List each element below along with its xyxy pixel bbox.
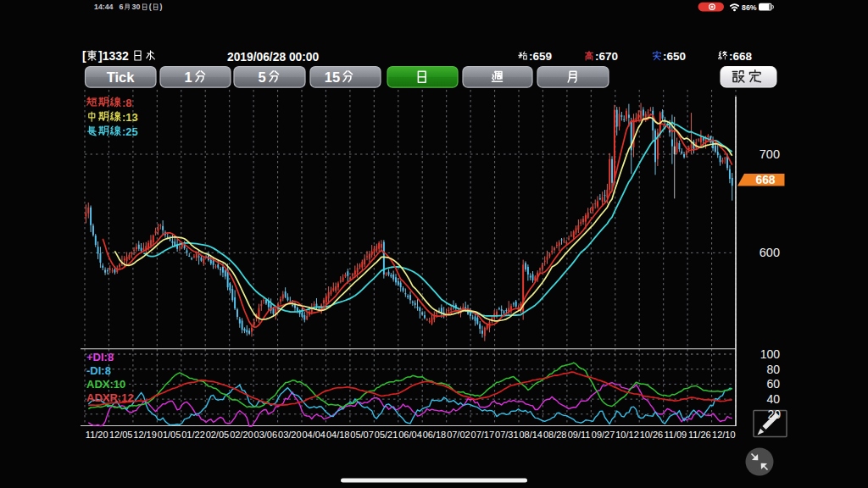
svg-text:11/26: 11/26 bbox=[688, 430, 711, 440]
svg-text:12/05: 12/05 bbox=[109, 430, 133, 440]
svg-text:20: 20 bbox=[767, 408, 781, 421]
svg-text:80: 80 bbox=[766, 363, 780, 376]
svg-text:5: 5 bbox=[258, 69, 265, 85]
svg-text:10/12: 10/12 bbox=[615, 430, 639, 440]
svg-text:+DI:8: +DI:8 bbox=[86, 351, 114, 363]
svg-text:08/14: 08/14 bbox=[519, 430, 542, 440]
svg-text:04/18: 04/18 bbox=[326, 430, 350, 440]
svg-text:1: 1 bbox=[184, 69, 192, 85]
svg-text:40: 40 bbox=[766, 392, 780, 406]
svg-text:07/31: 07/31 bbox=[495, 430, 519, 440]
svg-text:2019/06/28 00:00: 2019/06/28 00:00 bbox=[227, 51, 319, 64]
svg-text:ADXR:12: ADXR:12 bbox=[86, 391, 134, 404]
svg-text:05/07: 05/07 bbox=[350, 430, 374, 440]
svg-text:06/04: 06/04 bbox=[398, 430, 422, 440]
svg-text:(: ( bbox=[149, 3, 152, 11]
svg-text:600: 600 bbox=[760, 246, 780, 259]
svg-text:04/04: 04/04 bbox=[302, 430, 326, 440]
svg-text:Tick: Tick bbox=[107, 69, 136, 85]
svg-text:6: 6 bbox=[120, 3, 124, 11]
svg-text:12/19: 12/19 bbox=[133, 430, 157, 440]
svg-text:668: 668 bbox=[755, 174, 775, 186]
svg-text:100: 100 bbox=[760, 347, 781, 361]
svg-text:07/17: 07/17 bbox=[471, 430, 495, 440]
svg-text::25: :25 bbox=[122, 125, 138, 138]
svg-text:): ) bbox=[160, 3, 163, 11]
svg-text:01/22: 01/22 bbox=[181, 430, 205, 440]
svg-text:01/05: 01/05 bbox=[158, 430, 181, 440]
svg-text:02/20: 02/20 bbox=[230, 430, 253, 440]
svg-text::670: :670 bbox=[595, 50, 618, 63]
svg-text:]1332: ]1332 bbox=[98, 49, 129, 63]
svg-text:14:44: 14:44 bbox=[94, 3, 114, 11]
svg-text:05/21: 05/21 bbox=[375, 430, 398, 440]
svg-text:ADX:10: ADX:10 bbox=[86, 378, 125, 391]
svg-text:[: [ bbox=[82, 49, 86, 63]
svg-text:02/05: 02/05 bbox=[206, 430, 230, 440]
svg-text:15: 15 bbox=[325, 69, 340, 85]
svg-text::8: :8 bbox=[122, 97, 132, 109]
svg-text:30: 30 bbox=[132, 3, 141, 11]
svg-text:06/18: 06/18 bbox=[423, 430, 447, 440]
svg-text::13: :13 bbox=[122, 111, 138, 124]
svg-text:12/10: 12/10 bbox=[712, 430, 736, 440]
svg-text:10/26: 10/26 bbox=[640, 430, 664, 440]
svg-text:03/06: 03/06 bbox=[254, 430, 278, 440]
svg-text::668: :668 bbox=[729, 50, 753, 63]
svg-text::659: :659 bbox=[529, 50, 552, 63]
svg-text:-DI:8: -DI:8 bbox=[86, 364, 111, 377]
svg-text:86%: 86% bbox=[742, 3, 757, 12]
svg-text:700: 700 bbox=[760, 147, 780, 161]
svg-text:03/20: 03/20 bbox=[278, 430, 302, 440]
svg-text:11/20: 11/20 bbox=[86, 430, 108, 440]
svg-text:60: 60 bbox=[766, 377, 780, 391]
svg-text:09/11: 09/11 bbox=[568, 430, 591, 440]
svg-text:08/28: 08/28 bbox=[543, 430, 567, 440]
svg-text:09/27: 09/27 bbox=[592, 430, 615, 440]
svg-text:11/09: 11/09 bbox=[665, 430, 687, 440]
svg-text:07/02: 07/02 bbox=[447, 430, 470, 440]
svg-text::650: :650 bbox=[663, 50, 686, 63]
